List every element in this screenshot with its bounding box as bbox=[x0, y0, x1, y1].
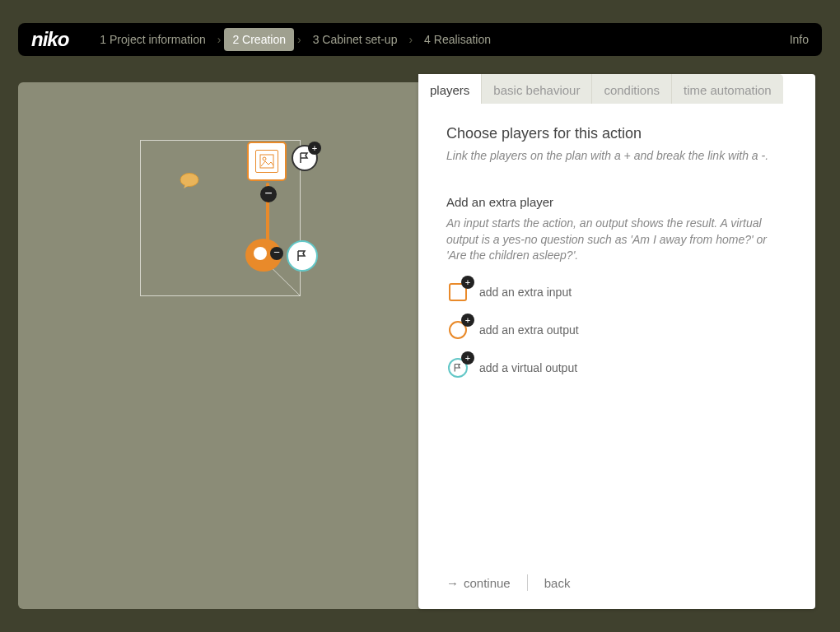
flag-badge-output[interactable] bbox=[287, 240, 318, 272]
info-link[interactable]: Info bbox=[790, 33, 809, 46]
svg-rect-2 bbox=[260, 155, 273, 168]
panel-body: Choose players for this action Link the … bbox=[418, 104, 815, 416]
input-icon: + bbox=[446, 281, 469, 304]
tab-time-automation[interactable]: time automation bbox=[672, 74, 783, 104]
speech-bubble-icon[interactable] bbox=[179, 173, 200, 189]
step-realisation[interactable]: 4 Realisation bbox=[416, 28, 499, 51]
chevron-right-icon: › bbox=[408, 33, 413, 46]
add-player-help: An input starts the action, an output sh… bbox=[446, 216, 787, 264]
plus-icon: + bbox=[461, 351, 474, 365]
picture-icon bbox=[255, 150, 278, 173]
flag-icon bbox=[298, 151, 311, 165]
virtual-output-icon: + bbox=[446, 356, 469, 379]
plus-icon: + bbox=[461, 314, 474, 327]
flag-badge-input[interactable]: + bbox=[292, 145, 318, 171]
panel-footer: → continue back bbox=[446, 574, 570, 591]
flag-icon bbox=[296, 249, 309, 263]
unlink-output-button[interactable]: − bbox=[270, 247, 283, 260]
input-node[interactable] bbox=[247, 142, 287, 181]
tabs: players basic behaviour conditions time … bbox=[418, 74, 815, 104]
continue-button[interactable]: → continue bbox=[446, 576, 511, 590]
arrow-right-icon: → bbox=[446, 576, 459, 590]
plus-icon: + bbox=[461, 276, 474, 289]
panel-desc: Link the players on the plan with a + an… bbox=[446, 149, 787, 162]
divider bbox=[527, 574, 528, 591]
svg-point-1 bbox=[180, 174, 198, 187]
add-virtual-output-label: add a virtual output bbox=[479, 361, 577, 374]
plus-icon: + bbox=[308, 142, 321, 155]
tab-basic-behaviour[interactable]: basic behaviour bbox=[482, 74, 592, 104]
back-button[interactable]: back bbox=[544, 576, 571, 590]
add-player-heading: Add an extra player bbox=[446, 195, 787, 209]
flag-icon bbox=[453, 363, 463, 373]
add-extra-output-label: add an extra output bbox=[479, 323, 579, 337]
add-extra-output[interactable]: + add an extra output bbox=[446, 318, 787, 342]
step-project-info[interactable]: 1 Project information bbox=[91, 28, 213, 51]
tab-players[interactable]: players bbox=[418, 74, 482, 104]
add-virtual-output[interactable]: + add a virtual output bbox=[446, 356, 787, 379]
chevron-right-icon: › bbox=[217, 33, 222, 46]
step-creation[interactable]: 2 Creation bbox=[224, 28, 294, 51]
add-extra-input[interactable]: + add an extra input bbox=[446, 281, 787, 304]
breadcrumb-bar: niko 1 Project information › 2 Creation … bbox=[18, 23, 822, 56]
plan-canvas[interactable]: + − − bbox=[18, 82, 422, 609]
step-cabinet-setup[interactable]: 3 Cabinet set-up bbox=[305, 28, 406, 51]
svg-point-3 bbox=[263, 157, 266, 160]
panel-title: Choose players for this action bbox=[446, 125, 787, 142]
tab-conditions[interactable]: conditions bbox=[592, 74, 672, 104]
chevron-right-icon: › bbox=[297, 33, 301, 46]
unlink-input-button[interactable]: − bbox=[260, 186, 277, 202]
logo: niko bbox=[31, 28, 68, 51]
continue-label: continue bbox=[464, 576, 511, 590]
output-icon: + bbox=[446, 318, 469, 342]
add-extra-input-label: add an extra input bbox=[479, 286, 572, 299]
side-panel: players basic behaviour conditions time … bbox=[418, 74, 815, 609]
